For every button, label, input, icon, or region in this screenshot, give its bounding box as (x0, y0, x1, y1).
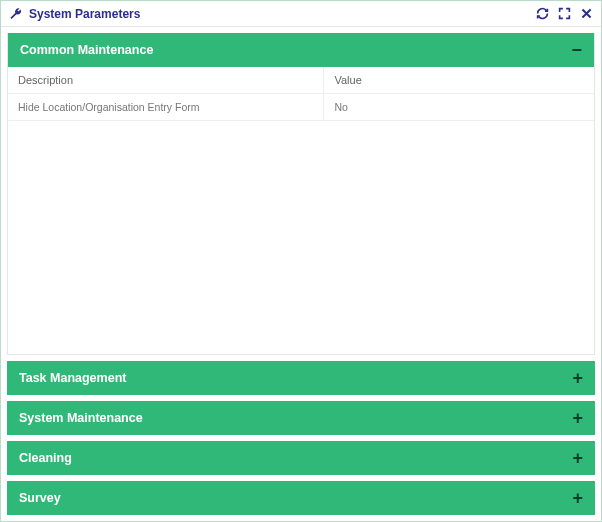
section-header-common-maintenance[interactable]: Common Maintenance − (8, 33, 594, 67)
section-header-system-maintenance[interactable]: System Maintenance + (7, 401, 595, 435)
section-header-task-management[interactable]: Task Management + (7, 361, 595, 395)
section-title: Cleaning (19, 451, 72, 465)
expand-section-icon: + (572, 452, 583, 464)
section-common-maintenance: Common Maintenance − Description Value H… (7, 33, 595, 355)
wrench-icon (9, 7, 23, 21)
content-area: Common Maintenance − Description Value H… (1, 27, 601, 521)
close-icon[interactable] (579, 7, 593, 21)
table-header-row: Description Value (8, 67, 594, 94)
section-header-survey[interactable]: Survey + (7, 481, 595, 515)
section-title: Task Management (19, 371, 126, 385)
parameters-table: Description Value Hide Location/Organisa… (8, 67, 594, 354)
section-title: Common Maintenance (20, 43, 153, 57)
section-title: System Maintenance (19, 411, 143, 425)
cell-description: Hide Location/Organisation Entry Form (8, 94, 324, 120)
window-title: System Parameters (29, 7, 535, 21)
expand-section-icon: + (572, 372, 583, 384)
expand-icon[interactable] (557, 7, 571, 21)
cell-value: No (324, 94, 594, 120)
table-row[interactable]: Hide Location/Organisation Entry Form No (8, 94, 594, 121)
refresh-icon[interactable] (535, 7, 549, 21)
section-header-cleaning[interactable]: Cleaning + (7, 441, 595, 475)
section-title: Survey (19, 491, 61, 505)
expand-section-icon: + (572, 492, 583, 504)
window: System Parameters Common Maintenance − D… (0, 0, 602, 522)
titlebar-actions (535, 7, 593, 21)
column-header-description: Description (8, 67, 324, 93)
titlebar: System Parameters (1, 1, 601, 27)
collapse-icon: − (571, 44, 582, 56)
column-header-value: Value (324, 67, 594, 93)
expand-section-icon: + (572, 412, 583, 424)
